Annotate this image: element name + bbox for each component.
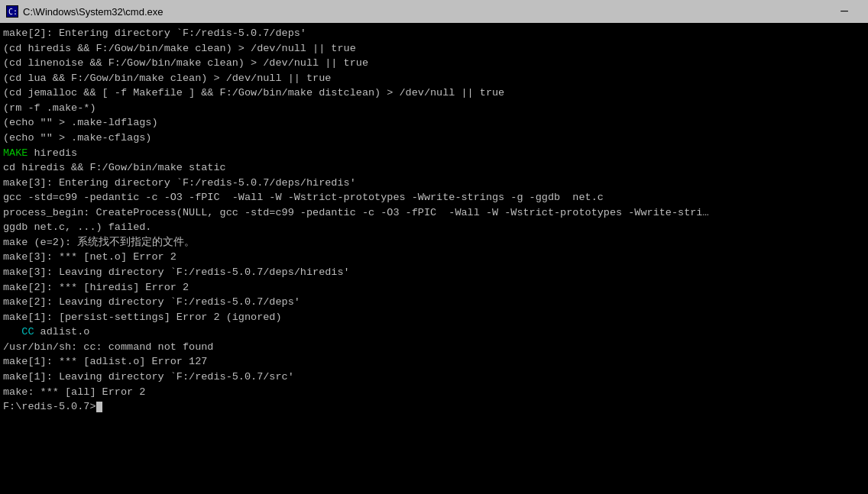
terminal-line: make[2]: Leaving directory `F:/redis-5.0… bbox=[3, 295, 865, 310]
terminal-cursor bbox=[96, 402, 102, 412]
terminal-line: make[1]: *** [adlist.o] Error 127 bbox=[3, 354, 865, 370]
cmd-icon: C:\ bbox=[6, 5, 18, 18]
title-bar-title: C:\Windows\System32\cmd.exe bbox=[23, 6, 164, 18]
terminal-line: cd hiredis && F:/Gow/bin/make static bbox=[3, 160, 865, 176]
terminal-line: make[1]: Leaving directory `F:/redis-5.0… bbox=[3, 370, 865, 385]
terminal-line: (cd lua && F:/Gow/bin/make clean) > /dev… bbox=[3, 71, 865, 86]
terminal-line: make[3]: Leaving directory `F:/redis-5.0… bbox=[3, 265, 865, 280]
terminal-prompt: F:\redis-5.0.7> bbox=[3, 401, 96, 412]
title-bar-controls: — bbox=[827, 0, 862, 23]
minimize-button[interactable]: — bbox=[827, 0, 862, 23]
terminal-line: ggdb net.c, ...) failed. bbox=[3, 220, 865, 235]
terminal-line: make: *** [all] Error 2 bbox=[3, 385, 865, 400]
terminal-line: (rm -f .make-*) bbox=[3, 101, 865, 116]
terminal-line: gcc -std=c99 -pedantic -c -O3 -fPIC -Wal… bbox=[3, 190, 865, 205]
cc-indent bbox=[3, 326, 21, 337]
terminal-line: (cd jemalloc && [ -f Makefile ] && F:/Go… bbox=[3, 86, 865, 101]
terminal-line-make: MAKE hiredis bbox=[3, 146, 865, 161]
terminal-line-cc: CC adlist.o bbox=[3, 324, 865, 340]
cmd-window: C:\ C:\Windows\System32\cmd.exe — make[2… bbox=[0, 0, 868, 494]
make-target: hiredis bbox=[28, 147, 77, 159]
terminal-line: (cd linenoise && F:/Gow/bin/make clean) … bbox=[3, 56, 865, 71]
terminal-line: (cd hiredis && F:/Gow/bin/make clean) > … bbox=[3, 41, 865, 57]
terminal-line: make[3]: *** [net.o] Error 2 bbox=[3, 250, 865, 265]
terminal-line: make[2]: Entering directory `F:/redis-5.… bbox=[3, 26, 865, 41]
cc-keyword: CC bbox=[21, 326, 34, 337]
make-keyword: MAKE bbox=[3, 147, 28, 159]
terminal-line: make[3]: Entering directory `F:/redis-5.… bbox=[3, 176, 865, 191]
terminal-line: process_begin: CreateProcess(NULL, gcc -… bbox=[3, 205, 865, 221]
terminal-line: /usr/bin/sh: cc: command not found bbox=[3, 340, 865, 355]
terminal-output[interactable]: make[2]: Entering directory `F:/redis-5.… bbox=[0, 23, 868, 494]
terminal-prompt-line: F:\redis-5.0.7> bbox=[3, 399, 865, 415]
terminal-line: make[1]: [persist-settings] Error 2 (ign… bbox=[3, 310, 865, 325]
title-bar-left: C:\ C:\Windows\System32\cmd.exe bbox=[6, 5, 164, 18]
terminal-line: (echo "" > .make-ldflags) bbox=[3, 115, 865, 131]
cc-target: adlist.o bbox=[34, 326, 90, 337]
terminal-line: make[2]: *** [hiredis] Error 2 bbox=[3, 280, 865, 295]
terminal-line: (echo "" > .make-cflags) bbox=[3, 131, 865, 146]
title-bar: C:\ C:\Windows\System32\cmd.exe — bbox=[0, 0, 868, 23]
svg-text:C:\: C:\ bbox=[8, 8, 18, 16]
terminal-line: make (e=2): 系统找不到指定的文件。 bbox=[3, 235, 865, 250]
